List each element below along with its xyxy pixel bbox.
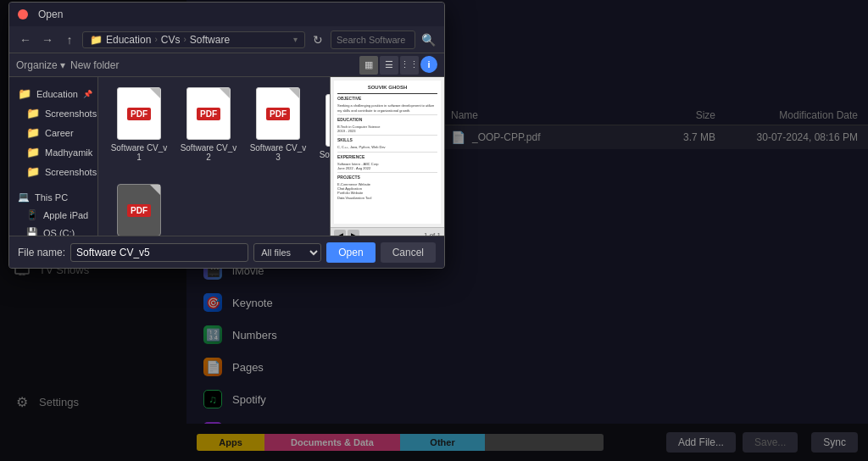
sidebar-label: This PC (35, 192, 68, 203)
dialog-title: Open (38, 8, 63, 20)
forward-button[interactable]: → (38, 31, 57, 49)
list-view-button[interactable]: ☰ (380, 56, 398, 75)
sidebar-screenshots-2[interactable]: 📁 Screenshots (9, 162, 97, 181)
bc-folder-icon: 📁 (90, 34, 103, 46)
preview-next-button[interactable]: ▶ (348, 230, 359, 236)
detail-view-button[interactable]: ⋮⋮ (400, 56, 419, 75)
dialog-main: PDF Software CV_v1 PDF Software CV_v2 PD… (98, 77, 444, 236)
sidebar-apple-ipad[interactable]: 📱 Apple iPad (9, 206, 97, 224)
drive-icon: 💾 (26, 227, 38, 236)
sidebar-label: Career (45, 128, 74, 138)
folder-icon: 📁 (26, 146, 40, 158)
file-name-cv3: Software CV_v3 (248, 143, 309, 162)
folder-icon: 📁 (26, 126, 40, 139)
sidebar-label: Screenshots (45, 108, 97, 119)
sidebar-madhyamik[interactable]: 📁 Madhyamik (9, 142, 97, 162)
sidebar-label: Education (36, 89, 78, 99)
search-input[interactable] (331, 31, 415, 49)
file-name-cv2: Software CV_v2 (178, 143, 239, 162)
preview-prev-button[interactable]: ◀ (334, 230, 346, 236)
dialog-footer: File name: All files Open Cancel (9, 236, 444, 268)
file-name-cv1: Software CV_v1 (108, 143, 170, 162)
up-button[interactable]: ↑ (60, 31, 79, 49)
breadcrumb: 📁 Education › CVs › Software ▾ (82, 31, 305, 48)
preview-content: SOUVIK GHOSH OBJECTIVE Seeking a challen… (331, 77, 444, 227)
organize-button[interactable]: Organize ▾ (16, 59, 65, 71)
file-item-cv1[interactable]: PDF Software CV_v1 (108, 87, 170, 169)
filename-label: File name: (18, 247, 65, 258)
dialog-open-button[interactable]: Open (326, 242, 375, 263)
dialog-cancel-button[interactable]: Cancel (381, 242, 436, 263)
preview-document: SOUVIK GHOSH OBJECTIVE Seeking a challen… (334, 81, 441, 224)
preview-pane: SOUVIK GHOSH OBJECTIVE Seeking a challen… (330, 77, 444, 236)
filename-input[interactable] (70, 243, 248, 262)
dialog-toolbar: ← → ↑ 📁 Education › CVs › Software ▾ ↻ 🔍 (9, 26, 444, 53)
pdf-icon-cv1: PDF (117, 87, 161, 140)
dialog-body: 📁 Education 📌 📁 Screenshots 📁 Career 📁 M… (9, 77, 444, 236)
sidebar-os-c[interactable]: 💾 OS (C:) (9, 224, 97, 236)
pc-icon: 💻 (18, 192, 30, 203)
sidebar-label: Screenshots (45, 167, 97, 177)
dialog-actions-bar: Organize ▾ New folder ▦ ☰ ⋮⋮ i (9, 53, 444, 77)
new-folder-button[interactable]: New folder (70, 59, 119, 71)
sidebar-label: OS (C:) (43, 228, 75, 236)
refresh-button[interactable]: ↻ (309, 31, 327, 49)
sidebar-label: Madhyamik (45, 147, 92, 158)
view-buttons: ▦ ☰ ⋮⋮ i (359, 56, 437, 75)
preview-page-info: 1 of 1 (424, 231, 441, 236)
close-button[interactable] (18, 9, 28, 19)
grid-view-button[interactable]: ▦ (359, 56, 378, 75)
sidebar-screenshots-1[interactable]: 📁 Screenshots (9, 103, 97, 123)
file-item-cv3[interactable]: PDF Software CV_v3 (248, 87, 309, 169)
folder-icon: 📁 (18, 87, 31, 100)
info-button[interactable]: i (420, 56, 437, 73)
search-button[interactable]: 🔍 (419, 31, 437, 49)
tablet-icon: 📱 (26, 209, 38, 220)
filetype-select[interactable]: All files (253, 243, 321, 262)
bc-part-1: Education (106, 34, 151, 46)
folder-icon: 📁 (26, 107, 40, 119)
pdf-icon-cv2: PDF (186, 87, 231, 140)
bc-part-2: CVs (161, 34, 181, 46)
dialog-titlebar: Open (9, 3, 444, 26)
sidebar-this-pc[interactable]: 💻 This PC (9, 188, 97, 206)
sidebar-label: Apple iPad (43, 210, 88, 220)
bc-part-3: Software (190, 34, 230, 46)
sidebar-education[interactable]: 📁 Education 📌 (9, 84, 97, 103)
preview-nav: ◀ ▶ (334, 230, 359, 236)
folder-icon: 📁 (26, 165, 40, 178)
preview-footer: ◀ ▶ 1 of 1 (331, 227, 444, 236)
sidebar-career[interactable]: 📁 Career (9, 123, 97, 142)
open-dialog: Open ← → ↑ 📁 Education › CVs › Software … (8, 2, 445, 269)
back-button[interactable]: ← (16, 31, 35, 49)
dialog-sidebar: 📁 Education 📌 📁 Screenshots 📁 Career 📁 M… (9, 77, 98, 236)
pdf-icon-cv5: PDF (117, 184, 161, 236)
file-item-cv2[interactable]: PDF Software CV_v2 (178, 87, 239, 169)
file-item-cv5[interactable]: PDF Software CV_v5 (108, 184, 170, 236)
pdf-icon-cv3: PDF (256, 87, 300, 140)
